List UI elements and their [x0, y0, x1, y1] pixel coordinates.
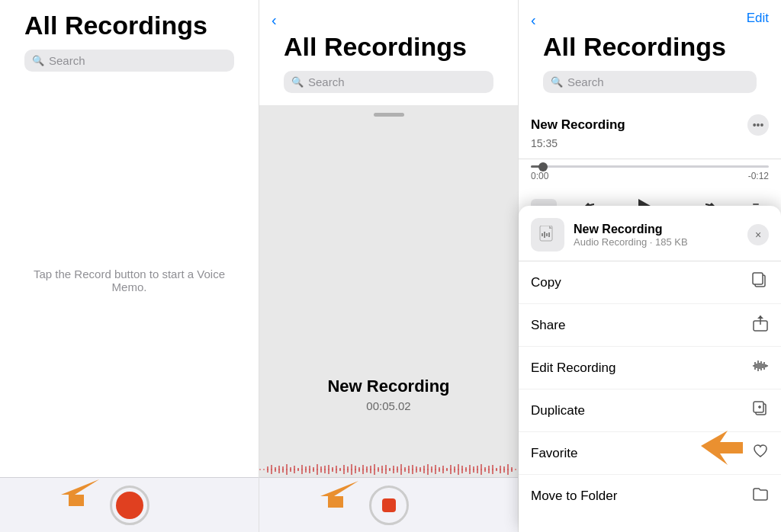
panel-3-back-button[interactable]: ‹ — [531, 9, 769, 30]
svg-rect-36 — [397, 466, 398, 473]
share-label: Share — [531, 318, 565, 333]
favorite-label: Favorite — [531, 446, 577, 461]
heart-icon — [752, 443, 769, 463]
svg-rect-15 — [317, 464, 318, 475]
panel-2-recording-name: New Recording — [327, 377, 449, 396]
panel-2-stop-button[interactable] — [369, 486, 409, 525]
svg-rect-11 — [301, 465, 303, 474]
svg-marker-92 — [757, 316, 763, 319]
svg-rect-63 — [500, 466, 501, 473]
panel-1-empty-message: Tap the Record button to start a Voice M… — [0, 84, 259, 477]
svg-rect-23 — [347, 466, 349, 473]
svg-rect-38 — [404, 467, 406, 472]
recording-item-time: 15:35 — [531, 137, 769, 149]
svg-rect-41 — [416, 466, 417, 473]
copy-label: Copy — [531, 275, 561, 290]
panel-2-bottom-bar — [259, 477, 518, 532]
svg-rect-2 — [267, 466, 268, 473]
panel-1-record-button[interactable] — [110, 486, 149, 525]
svg-rect-10 — [297, 468, 299, 471]
svg-rect-56 — [473, 466, 474, 473]
search-icon-3: 🔍 — [551, 76, 563, 88]
panel-1-search-placeholder: Search — [49, 54, 85, 67]
move-to-folder-label: Move to Folder — [531, 489, 617, 504]
waveform-icon — [752, 357, 769, 378]
panel-2-recording-info: New Recording 00:05.02 — [327, 377, 449, 412]
svg-rect-43 — [423, 466, 425, 473]
time-end: -0:12 — [748, 171, 769, 181]
share-sheet-close-button[interactable]: × — [747, 224, 769, 245]
svg-rect-61 — [492, 465, 493, 474]
svg-rect-50 — [450, 465, 452, 474]
share-sheet-move-item[interactable]: Move to Folder — [519, 475, 781, 517]
svg-rect-8 — [290, 467, 291, 472]
share-sheet-copy-item[interactable]: Copy — [519, 261, 781, 304]
svg-rect-19 — [332, 467, 333, 472]
svg-rect-52 — [458, 464, 459, 475]
svg-rect-31 — [378, 467, 379, 472]
svg-rect-49 — [446, 468, 448, 471]
progress-track[interactable] — [531, 165, 769, 168]
svg-rect-32 — [381, 466, 383, 473]
svg-rect-3 — [271, 465, 272, 474]
panel-1-header: All Recordings 🔍 Search — [0, 0, 259, 84]
panel-2-header: ‹ All Recordings 🔍 Search — [259, 0, 518, 105]
svg-rect-33 — [385, 465, 387, 474]
svg-rect-20 — [336, 466, 337, 473]
svg-rect-39 — [408, 466, 410, 473]
svg-marker-0 — [61, 479, 99, 506]
svg-rect-27 — [362, 465, 364, 474]
file-icon — [531, 218, 564, 252]
svg-marker-67 — [320, 481, 358, 508]
svg-rect-51 — [454, 466, 455, 473]
svg-rect-6 — [282, 466, 284, 473]
svg-rect-5 — [278, 466, 280, 473]
svg-rect-57 — [477, 466, 478, 473]
file-info: New Recording Audio Recording · 185 KB — [574, 223, 738, 248]
panel-3-header: ‹ Edit All Recordings 🔍 Search — [519, 0, 781, 105]
time-start: 0:00 — [531, 171, 548, 181]
svg-rect-35 — [393, 466, 394, 473]
panel-1-search-bar[interactable]: 🔍 Search — [24, 50, 234, 72]
svg-rect-58 — [480, 464, 482, 475]
svg-rect-45 — [431, 466, 432, 473]
svg-rect-47 — [439, 467, 440, 472]
svg-rect-7 — [286, 464, 288, 475]
panel-2-waveform — [259, 462, 518, 477]
svg-rect-60 — [488, 466, 490, 473]
recording-item-header: New Recording ••• — [531, 114, 769, 136]
share-arrow-pointer — [701, 431, 743, 472]
svg-rect-48 — [442, 466, 444, 473]
svg-rect-64 — [503, 466, 505, 473]
share-sheet-share-item[interactable]: Share — [519, 304, 781, 347]
panel-2-search-bar[interactable]: 🔍 Search — [284, 71, 493, 93]
panel-2-back-button[interactable]: ‹ — [272, 9, 506, 30]
edit-recording-label: Edit Recording — [531, 361, 616, 376]
svg-rect-13 — [309, 466, 310, 473]
more-options-button[interactable]: ••• — [747, 114, 769, 136]
svg-rect-9 — [294, 466, 295, 473]
svg-rect-66 — [511, 467, 513, 472]
share-sheet-duplicate-item[interactable]: Duplicate — [519, 389, 781, 432]
svg-rect-25 — [355, 466, 356, 473]
svg-rect-16 — [320, 466, 322, 473]
progress-fill — [531, 165, 543, 168]
progress-dot — [538, 162, 548, 171]
svg-rect-46 — [435, 465, 436, 474]
share-sheet-edit-item[interactable]: Edit Recording — [519, 347, 781, 389]
svg-rect-53 — [461, 466, 463, 473]
panel-1-arrow-pointer — [61, 472, 99, 509]
svg-rect-55 — [469, 465, 471, 474]
svg-rect-29 — [370, 466, 371, 473]
svg-rect-65 — [507, 464, 509, 475]
panel-3-edit-button[interactable]: Edit — [747, 11, 769, 26]
recording-item-name: New Recording — [531, 117, 625, 133]
svg-rect-40 — [412, 465, 413, 474]
panel-3-search-bar[interactable]: 🔍 Search — [543, 71, 757, 93]
svg-rect-28 — [366, 466, 368, 473]
share-sheet: New Recording Audio Recording · 185 KB ×… — [519, 206, 781, 532]
panel-2-stop-inner — [382, 498, 396, 512]
panel-1-record-inner — [116, 492, 143, 519]
playback-section: 0:00 -0:12 — [519, 159, 781, 187]
share-icon — [752, 315, 769, 335]
